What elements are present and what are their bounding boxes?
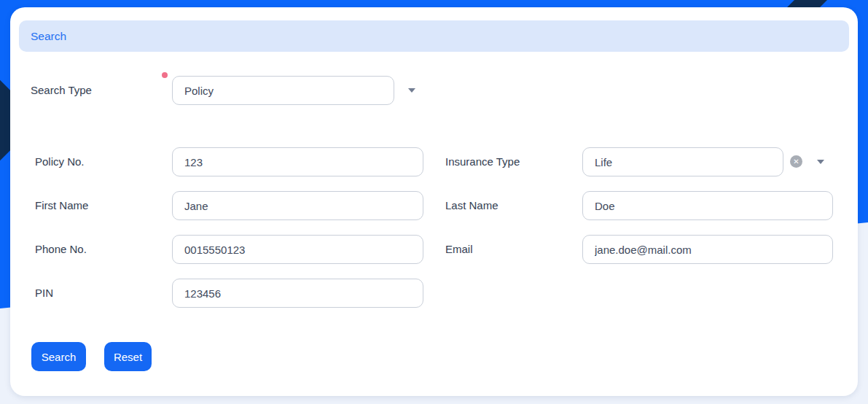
last-name-input[interactable]	[582, 191, 833, 220]
email-input[interactable]	[582, 235, 833, 264]
last-name-label: Last Name	[445, 200, 498, 211]
first-name-input[interactable]	[172, 191, 423, 220]
page-background: Search Search Type Policy No. Insurance …	[0, 0, 868, 404]
search-panel: Search Search Type Policy No. Insurance …	[10, 7, 858, 396]
search-type-label: Search Type	[31, 85, 92, 96]
pin-label: PIN	[35, 287, 53, 299]
pin-input[interactable]	[172, 279, 423, 308]
search-type-dropdown-icon[interactable]	[408, 88, 415, 93]
insurance-type-select[interactable]	[582, 147, 783, 176]
insurance-type-label: Insurance Type	[445, 156, 520, 168]
panel-header: Search	[19, 20, 849, 52]
policy-no-label: Policy No.	[35, 156, 85, 168]
policy-no-input[interactable]	[172, 147, 423, 176]
search-button[interactable]: Search	[31, 342, 86, 371]
insurance-type-dropdown-icon[interactable]	[817, 160, 824, 164]
phone-no-label: Phone No.	[35, 244, 87, 255]
panel-title: Search	[31, 30, 66, 43]
reset-button[interactable]: Reset	[104, 342, 152, 371]
search-type-select[interactable]	[172, 76, 394, 105]
clear-icon[interactable]: ✕	[790, 155, 802, 168]
required-dot	[162, 72, 168, 78]
email-label: Email	[445, 244, 473, 255]
phone-no-input[interactable]	[172, 235, 423, 264]
first-name-label: First Name	[35, 200, 88, 211]
